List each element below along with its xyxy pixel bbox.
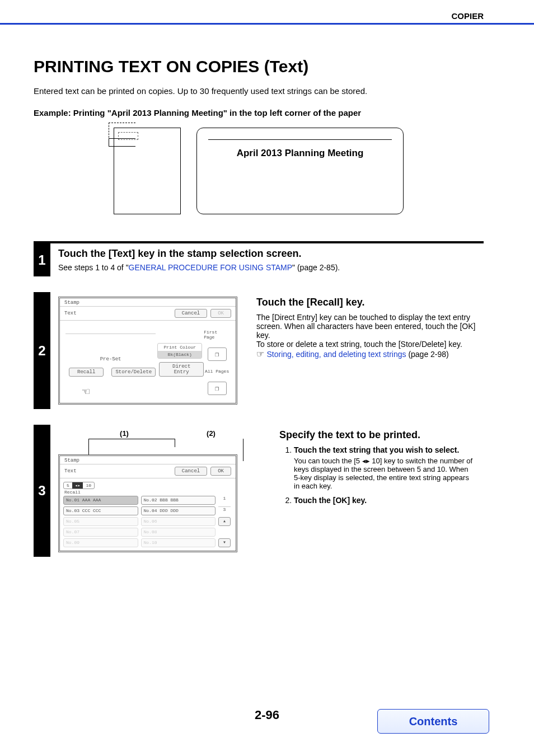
tp3-item-03[interactable]: No.03 CCC CCC (63, 506, 138, 515)
example-label: Example: Printing "April 2013 Planning M… (34, 108, 484, 118)
tp3-item-05[interactable]: No.05 (63, 517, 138, 526)
step2-p2: To store or delete a text string, touch … (256, 340, 476, 349)
tp3-scroll-down-button[interactable]: ▾ (218, 538, 231, 547)
step3-touchpanel-wrapper: (1) (2) Stamp Text Cancel OK (58, 429, 260, 552)
large-page-diagram: April 2013 Planning Meeting (196, 128, 404, 214)
tp3-item-06[interactable]: No.06 (141, 517, 216, 526)
tp2-recall-button[interactable]: Recall (69, 368, 104, 377)
tp2-first-page-label: First Page (204, 330, 230, 340)
tp3-item-08[interactable]: No.08 (141, 528, 216, 537)
tp2-store-delete-button[interactable]: Store/Delete (111, 368, 156, 377)
tp2-first-page-icon[interactable]: ❐ (208, 348, 227, 361)
step-number-3: 3 (34, 425, 50, 557)
page-title: PRINTING TEXT ON COPIES (Text) (34, 57, 484, 76)
tp3-item-09[interactable]: No.09 (63, 538, 138, 547)
tp3-count-top: 1 (218, 496, 231, 505)
tp2-direct-entry-button[interactable]: Direct Entry (159, 362, 204, 377)
tp2-print-colour-group[interactable]: Print Colour Bk(Black) (157, 343, 202, 359)
tp3-item-04[interactable]: No.04 DDD DDD (141, 506, 216, 515)
tp3-item-01[interactable]: No.01 AAA AAA (63, 496, 138, 505)
tp3-5-10-toggle[interactable]: 5 ◂▸ 10 (63, 482, 95, 489)
tp3-ok-button[interactable]: OK (210, 467, 231, 476)
step2-title: Touch the [Recall] key. (256, 297, 476, 308)
small-page-diagram (114, 128, 181, 214)
tp2-ok-button[interactable]: OK (210, 309, 231, 318)
step3-title: Specify the text to be printed. (279, 429, 476, 441)
hand-cursor-icon: ☜ (82, 384, 172, 400)
illustration: April 2013 Planning Meeting (34, 128, 484, 214)
tp3-scroll-up-button[interactable]: ▴ (218, 517, 231, 526)
callout-2: (2) (190, 429, 232, 438)
step1-link[interactable]: GENERAL PROCEDURE FOR USING STAMP (129, 263, 292, 272)
tp3-tab-stamp: Stamp (64, 458, 79, 463)
tp2-preset-label: Pre-Set (65, 340, 156, 362)
section-header: COPIER (451, 11, 484, 21)
tp3-recall-label: Recall (63, 490, 232, 496)
tp3-count-bot: 3 (218, 506, 231, 515)
tp2-all-pages-icon[interactable]: ❐ (208, 382, 227, 395)
tp2-all-pages-label: All Pages (205, 369, 229, 374)
callout-1: (1) (58, 429, 190, 438)
tp3-cancel-button[interactable]: Cancel (175, 467, 207, 476)
tp2-subtab-text: Text (64, 311, 77, 316)
step2-link[interactable]: Storing, editing, and deleting text stri… (266, 350, 406, 359)
step1-title: Touch the [Text] key in the stamp select… (58, 248, 476, 260)
tp2-tab-stamp: Stamp (64, 300, 79, 306)
step3-li2: Touch the [OK] key. (294, 496, 476, 505)
tp3-item-02[interactable]: No.02 BBB BBB (141, 496, 216, 505)
tp3-subtab-text: Text (64, 468, 77, 474)
step-number-2: 2 (34, 292, 50, 409)
tp3-item-07[interactable]: No.07 (63, 528, 138, 537)
step-number-1: 1 (34, 243, 50, 276)
stamp-preview-text: April 2013 Planning Meeting (208, 148, 392, 159)
step3-li1: Touch the text string that you wish to s… (294, 445, 476, 490)
tp2-cancel-button[interactable]: Cancel (175, 309, 207, 318)
pointer-icon: ☞ (256, 349, 266, 359)
intro-paragraph: Entered text can be printed on copies. U… (34, 86, 484, 96)
step2-p1: The [Direct Entry] key can be touched to… (256, 313, 476, 340)
contents-button[interactable]: Contents (377, 709, 489, 734)
tp3-item-10[interactable]: No.10 (141, 538, 216, 547)
step1-text: See steps 1 to 4 of "GENERAL PROCEDURE F… (58, 263, 476, 272)
step2-touchpanel: Stamp Text Cancel OK Pre-Set Recal (58, 297, 237, 405)
